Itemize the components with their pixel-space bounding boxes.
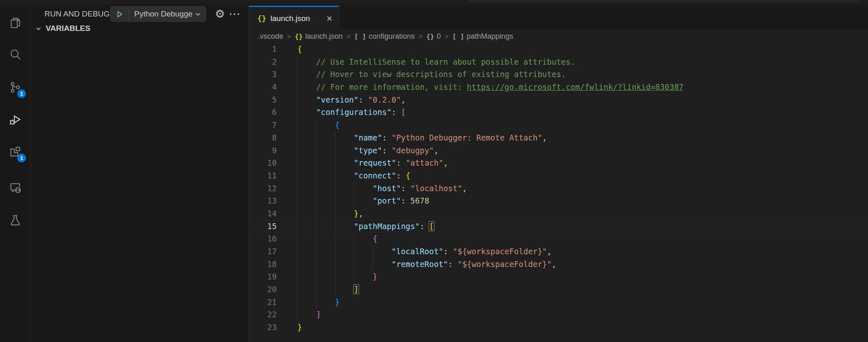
code-token: [ [401, 108, 406, 117]
code-line: 4 // For more information, visit: https:… [249, 81, 868, 94]
close-tab-icon[interactable]: × [327, 14, 332, 23]
line-number[interactable]: 5 [249, 94, 277, 106]
code-token: "remoteRoot" [392, 260, 448, 269]
debug-config-picker[interactable]: Python Debugge [110, 6, 206, 22]
code-token [297, 297, 335, 307]
code-token: "attach" [406, 158, 443, 167]
gear-icon[interactable]: ⚙ [214, 7, 226, 20]
line-number[interactable]: 12 [249, 182, 277, 195]
line-content: "pathMappings": [ [297, 220, 434, 233]
code-token: ] [316, 310, 321, 319]
code-line: 17 "localRoot": "${workspaceFolder}", [249, 245, 868, 258]
line-number[interactable]: 1 [249, 43, 277, 56]
line-content: } [297, 296, 340, 309]
line-content: // Use IntelliSense to learn about possi… [297, 56, 575, 68]
object-icon: {} [295, 33, 303, 40]
code-token [297, 196, 373, 205]
line-number[interactable]: 21 [249, 296, 277, 309]
code-token: , [443, 158, 448, 167]
breadcrumb-item--vscode[interactable]: .vscode [258, 32, 283, 41]
line-number[interactable]: 7 [249, 119, 277, 131]
code-token: : [396, 171, 406, 180]
code-token: { [373, 234, 377, 243]
line-content: { [297, 43, 302, 56]
activity-item-testing[interactable] [7, 212, 23, 228]
breadcrumb-item-pathMappings[interactable]: [ ]pathMappings [452, 32, 513, 41]
code-token: { [406, 171, 410, 180]
code-token: : [382, 133, 392, 142]
code-token [297, 108, 316, 117]
start-debugging-button[interactable] [111, 7, 129, 21]
code-line: 14 }, [249, 207, 868, 220]
more-actions-icon[interactable]: ··· [229, 9, 241, 20]
breadcrumb: .vscode>{}launch.json>[ ]configurations>… [249, 30, 868, 43]
line-content: "version": "0.2.0", [297, 94, 406, 106]
activity-item-source-control[interactable]: 1 [7, 79, 23, 96]
variables-section-header[interactable]: VARIABLES [35, 23, 90, 34]
line-content: "remoteRoot": "${workspaceFolder}", [297, 258, 556, 271]
play-icon [116, 10, 124, 18]
breadcrumb-separator: > [418, 33, 423, 41]
line-number[interactable]: 16 [249, 232, 277, 245]
breadcrumb-label: .vscode [258, 32, 283, 41]
line-number[interactable]: 23 [249, 321, 277, 334]
line-number[interactable]: 3 [249, 68, 277, 81]
code-token: // For more information, visit: [316, 82, 467, 91]
breadcrumb-item-0[interactable]: {}0 [426, 32, 441, 41]
line-content: } [297, 321, 302, 334]
code-token: "localRoot" [392, 247, 443, 256]
line-number[interactable]: 18 [249, 258, 277, 271]
code-token: "${workspaceFolder}" [457, 260, 552, 269]
line-content: // Hover to view descriptions of existin… [297, 68, 566, 81]
line-number[interactable]: 8 [249, 131, 277, 144]
code-line: 8 "name": "Python Debugger: Remote Attac… [249, 131, 868, 144]
line-number[interactable]: 4 [249, 81, 277, 94]
code-token: "debugpy" [392, 146, 434, 155]
code-token: , [552, 260, 556, 269]
line-number[interactable]: 9 [249, 144, 277, 157]
breadcrumb-separator: > [443, 33, 449, 41]
code-area[interactable]: 1{2 // Use IntelliSense to learn about p… [249, 43, 868, 334]
code-token: ] [354, 285, 358, 294]
activity-item-extensions[interactable]: 1 [7, 143, 23, 160]
breadcrumb-item-configurations[interactable]: [ ]configurations [354, 32, 415, 41]
array-icon: [ ] [452, 33, 464, 40]
activity-item-search[interactable] [7, 46, 23, 63]
tab-bar: {} launch.json × [249, 6, 868, 30]
code-token: 5678 [411, 196, 429, 205]
line-number[interactable]: 17 [249, 245, 277, 258]
line-number[interactable]: 6 [249, 106, 277, 119]
activity-item-remote-explorer[interactable] [7, 179, 23, 196]
line-content: "type": "debugpy", [297, 144, 439, 157]
activity-item-run-and-debug[interactable] [7, 111, 23, 128]
line-number[interactable]: 11 [249, 169, 277, 182]
line-content: { [297, 119, 340, 131]
code-line: 13 "port": 5678 [249, 194, 868, 207]
line-number[interactable]: 15 [249, 220, 277, 233]
line-number[interactable]: 10 [249, 157, 277, 169]
line-content: "localRoot": "${workspaceFolder}", [297, 245, 552, 258]
breadcrumb-label: launch.json [305, 32, 343, 41]
code-token: : [401, 184, 411, 193]
code-token [297, 285, 354, 294]
remote-explorer-icon [8, 180, 22, 194]
breadcrumb-item-launch-json[interactable]: {}launch.json [295, 32, 343, 41]
line-number[interactable]: 13 [249, 194, 277, 207]
code-token: : [443, 247, 453, 256]
count-badge: 1 [17, 154, 26, 162]
line-number[interactable]: 22 [249, 308, 277, 321]
code-token [297, 171, 354, 180]
line-number[interactable]: 20 [249, 283, 277, 296]
code-token: "configurations" [316, 108, 392, 117]
code-line: 1{ [249, 43, 868, 56]
code-line: 19 } [249, 270, 868, 283]
line-number[interactable]: 14 [249, 207, 277, 220]
line-number[interactable]: 19 [249, 270, 277, 283]
code-token [297, 247, 392, 256]
command-center[interactable] [468, 0, 861, 2]
code-line: 10 "request": "attach", [249, 157, 868, 169]
tab-launch-json[interactable]: {} launch.json × [249, 6, 339, 30]
line-number[interactable]: 2 [249, 56, 277, 68]
code-token: https://go.microsoft.com/fwlink/?linkid=… [467, 82, 684, 91]
activity-item-explorer[interactable] [7, 14, 23, 31]
